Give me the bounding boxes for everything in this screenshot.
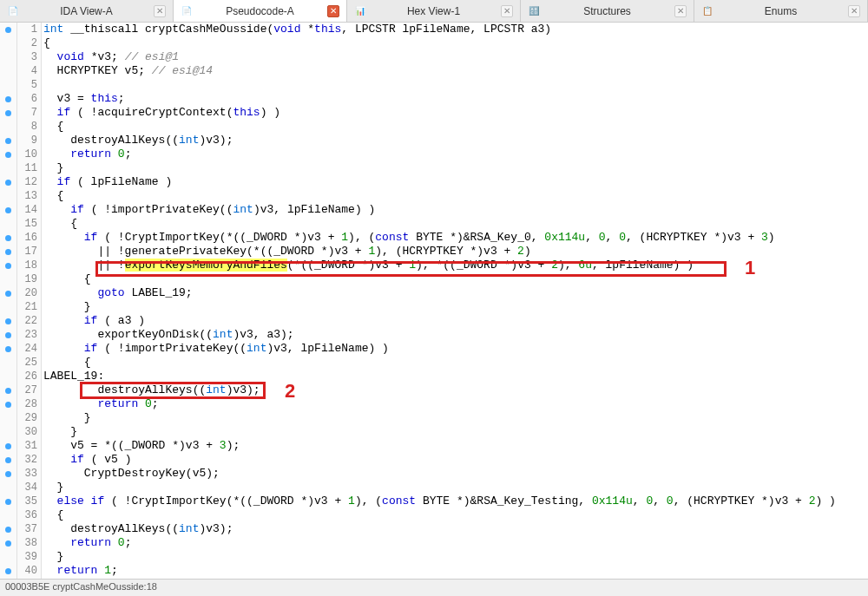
tab-label: Enums xyxy=(719,5,843,17)
tab-structures[interactable]: 🔠Structures✕ xyxy=(521,0,694,22)
close-icon[interactable]: ✕ xyxy=(674,5,687,17)
tab-pseudocode-a[interactable]: 📄Pseudocode-A✕ xyxy=(174,0,347,22)
code-area[interactable]: int __thiscall cryptCashMeOusside(void *… xyxy=(42,23,868,579)
status-bar: 00003B5E cryptCashMeOusside:18 xyxy=(0,579,868,596)
close-icon[interactable]: ✕ xyxy=(327,5,339,17)
tab-icon: 📄 xyxy=(7,5,19,17)
tab-icon: 📄 xyxy=(181,5,193,17)
breakpoint-column[interactable] xyxy=(0,23,17,579)
annotation-label-2: 2 xyxy=(285,380,295,403)
tab-hex-view-1[interactable]: 📊Hex View-1✕ xyxy=(347,0,521,22)
tab-icon: 📋 xyxy=(701,5,713,17)
close-icon[interactable]: ✕ xyxy=(848,5,860,17)
tab-enums[interactable]: 📋Enums✕ xyxy=(694,0,868,22)
tab-label: Structures xyxy=(545,5,669,17)
tab-label: IDA View-A xyxy=(24,5,148,17)
tab-bar: 📄IDA View-A✕📄Pseudocode-A✕📊Hex View-1✕🔠S… xyxy=(0,0,868,23)
close-icon[interactable]: ✕ xyxy=(501,5,513,17)
code-editor: 1234567891011121314151617181920212223242… xyxy=(0,23,868,579)
close-icon[interactable]: ✕ xyxy=(154,5,166,17)
code-content[interactable]: int __thiscall cryptCashMeOusside(void *… xyxy=(43,23,868,578)
tab-label: Pseudocode-A xyxy=(198,5,322,17)
line-number-gutter: 1234567891011121314151617181920212223242… xyxy=(17,23,42,579)
tab-label: Hex View-1 xyxy=(372,5,496,17)
tab-icon: 📊 xyxy=(354,5,366,17)
tab-ida-view-a[interactable]: 📄IDA View-A✕ xyxy=(0,0,174,22)
annotation-label-1: 1 xyxy=(745,257,755,279)
tab-icon: 🔠 xyxy=(528,5,540,17)
